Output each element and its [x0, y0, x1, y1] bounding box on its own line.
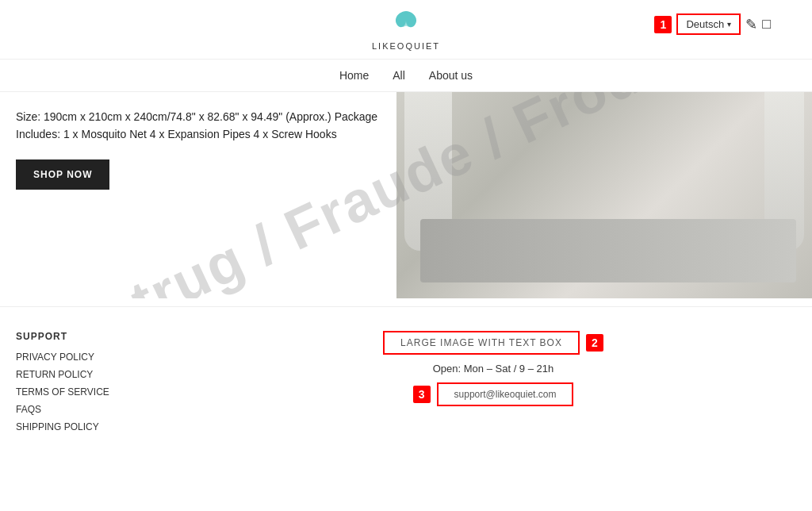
annotation-badge-2: 2 [586, 334, 603, 352]
language-label: Deutsch [686, 18, 724, 30]
main-content: Size: 190cm x 210cm x 240cm/74.8" x 82.6… [0, 92, 812, 298]
product-image [396, 92, 812, 298]
shop-now-button[interactable]: SHOP NOW [16, 159, 109, 190]
large-image-text-box: LARGE IMAGE WITH TEXT BOX [383, 331, 580, 355]
language-selector[interactable]: Deutsch ▾ [676, 13, 741, 35]
large-image-box-area: LARGE IMAGE WITH TEXT BOX 2 [383, 331, 603, 355]
privacy-policy-link[interactable]: PRIVACY POLICY [16, 352, 190, 363]
logo[interactable]: LIKEOQUIET [372, 8, 440, 51]
nav-home[interactable]: Home [339, 69, 369, 82]
cart-icon[interactable]: □ [762, 16, 771, 33]
navigation: Home All About us [0, 60, 812, 92]
user-icon[interactable]: ✎ [745, 16, 757, 33]
open-hours: Open: Mon – Sat / 9 – 21h [433, 363, 554, 375]
footer-support: SUPPORT PRIVACY POLICY RETURN POLICY TER… [16, 331, 190, 439]
email-box[interactable]: support@likeoquiet.com [437, 382, 574, 406]
language-area: 1 Deutsch ▾ ✎ □ [654, 13, 771, 35]
footer: SUPPORT PRIVACY POLICY RETURN POLICY TER… [0, 306, 812, 455]
annotation-badge-3: 3 [413, 386, 431, 403]
faqs-link[interactable]: FAQS [16, 404, 190, 415]
product-description: Size: 190cm x 210cm x 240cm/74.8" x 82.6… [16, 108, 381, 144]
annotation-badge-1: 1 [654, 16, 672, 33]
chevron-down-icon: ▾ [727, 20, 731, 29]
header: LIKEOQUIET 1 Deutsch ▾ ✎ □ [0, 0, 812, 60]
logo-icon [386, 8, 426, 40]
nav-about[interactable]: About us [429, 69, 473, 82]
footer-contact: LARGE IMAGE WITH TEXT BOX 2 Open: Mon – … [190, 331, 796, 439]
support-title: SUPPORT [16, 331, 190, 342]
shipping-link[interactable]: SHIPPING POLICY [16, 421, 190, 432]
logo-text: LIKEOQUIET [372, 41, 440, 51]
bed-image [396, 92, 812, 298]
email-area: 3 support@likeoquiet.com [413, 382, 574, 406]
nav-all[interactable]: All [393, 69, 405, 82]
terms-link[interactable]: TERMS OF SERVICE [16, 386, 190, 398]
bed-surface [420, 219, 796, 282]
product-info: Size: 190cm x 210cm x 240cm/74.8" x 82.6… [0, 92, 396, 298]
return-policy-link[interactable]: RETURN POLICY [16, 369, 190, 380]
